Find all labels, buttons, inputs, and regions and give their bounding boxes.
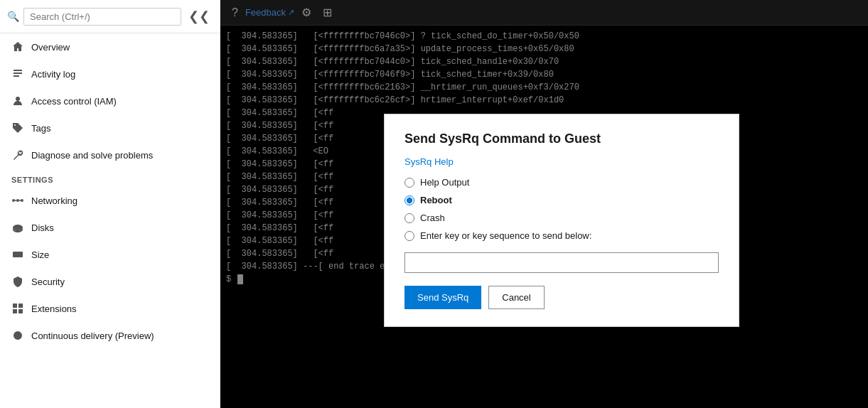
- sidebar-label-access-control: Access control (IAM): [31, 96, 117, 107]
- sidebar-item-access-control[interactable]: Access control (IAM): [0, 87, 220, 114]
- sidebar-label-overview: Overview: [31, 42, 70, 53]
- svg-point-3: [16, 97, 20, 101]
- search-icon: 🔍: [7, 11, 19, 22]
- key-sequence-input[interactable]: [404, 252, 719, 273]
- sidebar-item-continuous-delivery[interactable]: Continuous delivery (Preview): [0, 322, 220, 349]
- radio-reboot[interactable]: Reboot: [404, 195, 719, 205]
- sidebar-item-security[interactable]: Security: [0, 268, 220, 295]
- sidebar-item-size[interactable]: Size: [0, 241, 220, 268]
- home-icon: [11, 41, 24, 53]
- svg-rect-2: [14, 75, 19, 77]
- radio-crash-input[interactable]: [404, 213, 414, 223]
- wrench-icon: [11, 149, 24, 161]
- sidebar-item-overview[interactable]: Overview: [0, 33, 220, 60]
- radio-group: Help Output Reboot Crash Enter key or ke…: [404, 177, 719, 241]
- sysrq-help-link[interactable]: SysRq Help: [404, 156, 719, 167]
- svg-point-5: [12, 199, 15, 202]
- sidebar-nav: Overview Activity log Access control (IA…: [0, 33, 220, 408]
- svg-rect-13: [13, 309, 17, 313]
- tag-icon: [11, 122, 24, 134]
- sidebar-label-tags: Tags: [31, 123, 50, 134]
- sysrq-modal: Send SysRq Command to Guest SysRq Help H…: [384, 114, 739, 327]
- extension-icon: [11, 302, 24, 315]
- sidebar-item-extensions[interactable]: Extensions: [0, 295, 220, 322]
- modal-overlay: Send SysRq Command to Guest SysRq Help H…: [220, 0, 868, 408]
- security-icon: [11, 275, 24, 288]
- svg-rect-0: [14, 70, 22, 71]
- sidebar-item-activity-log[interactable]: Activity log: [0, 60, 220, 87]
- network-icon: [11, 194, 24, 207]
- sidebar-item-networking[interactable]: Networking: [0, 187, 220, 214]
- disk-icon: [11, 221, 24, 234]
- radio-reboot-label: Reboot: [420, 195, 452, 205]
- main-area: ? Feedback ↗ ⚙ ⊞ [ 304.583365] [<fffffff…: [220, 0, 868, 408]
- sidebar-label-networking: Networking: [31, 195, 77, 206]
- sidebar-label-diagnose: Diagnose and solve problems: [31, 150, 153, 161]
- send-sysrq-button[interactable]: Send SysRq: [404, 286, 481, 309]
- sidebar-label-extensions: Extensions: [31, 304, 77, 314]
- svg-rect-12: [18, 304, 23, 308]
- log-icon: [11, 68, 24, 80]
- search-input[interactable]: [23, 8, 181, 26]
- svg-rect-10: [13, 252, 23, 257]
- collapse-sidebar-button[interactable]: ❮❮: [186, 6, 213, 27]
- modal-title: Send SysRq Command to Guest: [404, 131, 719, 146]
- cancel-button[interactable]: Cancel: [488, 286, 544, 309]
- radio-crash[interactable]: Crash: [404, 213, 719, 223]
- size-icon: [11, 248, 24, 261]
- svg-point-6: [21, 199, 23, 202]
- svg-rect-1: [14, 73, 22, 74]
- sidebar-label-size: Size: [31, 249, 49, 260]
- sidebar-label-security: Security: [31, 277, 65, 287]
- sidebar-label-continuous-delivery: Continuous delivery (Preview): [31, 331, 154, 341]
- sidebar: 🔍 ❮❮ Overview Activity log Access contro…: [0, 0, 220, 408]
- person-icon: [11, 95, 24, 107]
- sidebar-search-area: 🔍 ❮❮: [0, 0, 220, 33]
- modal-buttons: Send SysRq Cancel: [404, 286, 719, 309]
- radio-crash-label: Crash: [420, 213, 445, 223]
- sidebar-label-disks: Disks: [31, 222, 54, 233]
- sidebar-item-diagnose[interactable]: Diagnose and solve problems: [0, 141, 220, 168]
- sidebar-item-disks[interactable]: Disks: [0, 214, 220, 241]
- sidebar-label-activity-log: Activity log: [31, 69, 75, 80]
- radio-key-sequence[interactable]: Enter key or key sequence to send below:: [404, 230, 719, 241]
- svg-point-9: [13, 225, 23, 230]
- radio-help-output[interactable]: Help Output: [404, 177, 719, 188]
- radio-key-sequence-input[interactable]: [404, 231, 414, 241]
- radio-help-output-input[interactable]: [404, 178, 414, 188]
- radio-key-sequence-label: Enter key or key sequence to send below:: [420, 230, 591, 241]
- svg-rect-11: [13, 304, 17, 308]
- radio-help-output-label: Help Output: [420, 177, 469, 188]
- delivery-icon: [11, 329, 24, 342]
- radio-reboot-input[interactable]: [404, 195, 414, 205]
- sidebar-item-tags[interactable]: Tags: [0, 114, 220, 141]
- settings-section-label: Settings: [0, 168, 220, 187]
- svg-point-4: [16, 199, 19, 202]
- svg-rect-14: [18, 309, 23, 313]
